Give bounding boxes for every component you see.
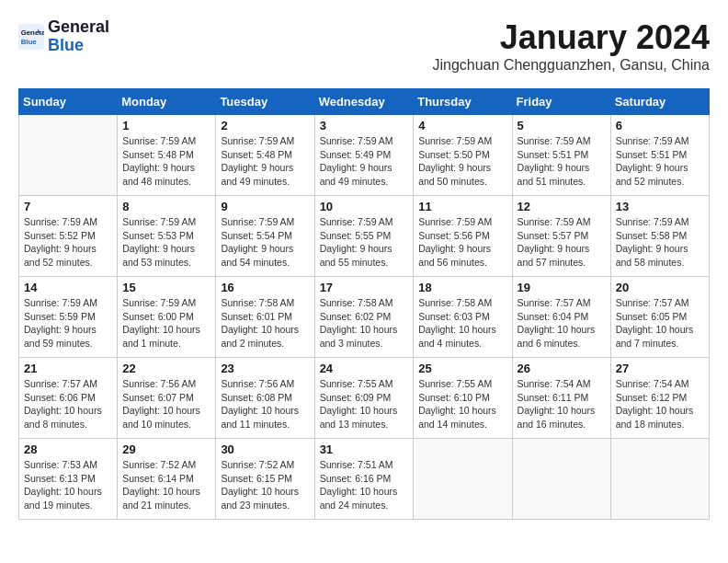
day-detail: Sunrise: 7:59 AMSunset: 5:56 PMDaylight:… bbox=[418, 215, 506, 270]
day-number: 18 bbox=[418, 281, 506, 294]
logo-icon: General Blue bbox=[18, 24, 44, 50]
day-detail: Sunrise: 7:52 AMSunset: 6:14 PMDaylight:… bbox=[122, 458, 210, 512]
title-section: January 2024 Jingchuan Chengguanzhen, Ga… bbox=[432, 18, 710, 81]
day-detail: Sunrise: 7:55 AMSunset: 6:09 PMDaylight:… bbox=[320, 377, 409, 431]
day-detail: Sunrise: 7:59 AMSunset: 5:57 PMDaylight:… bbox=[518, 215, 606, 270]
logo: General Blue General Blue bbox=[18, 18, 109, 55]
day-detail: Sunrise: 7:59 AMSunset: 5:58 PMDaylight:… bbox=[616, 215, 704, 270]
day-number: 11 bbox=[418, 200, 506, 213]
calendar-cell: 12Sunrise: 7:59 AMSunset: 5:57 PMDayligh… bbox=[512, 196, 610, 277]
calendar-cell bbox=[512, 439, 610, 520]
day-detail: Sunrise: 7:58 AMSunset: 6:01 PMDaylight:… bbox=[221, 296, 309, 350]
day-detail: Sunrise: 7:59 AMSunset: 5:48 PMDaylight:… bbox=[221, 134, 309, 189]
day-detail: Sunrise: 7:59 AMSunset: 5:59 PMDaylight:… bbox=[24, 296, 112, 350]
day-number: 23 bbox=[221, 362, 309, 375]
day-detail: Sunrise: 7:55 AMSunset: 6:10 PMDaylight:… bbox=[418, 377, 506, 431]
day-detail: Sunrise: 7:56 AMSunset: 6:07 PMDaylight:… bbox=[122, 377, 210, 431]
week-row-1: 1Sunrise: 7:59 AMSunset: 5:48 PMDaylight… bbox=[19, 115, 710, 196]
calendar-cell: 5Sunrise: 7:59 AMSunset: 5:51 PMDaylight… bbox=[512, 115, 610, 196]
day-number: 25 bbox=[418, 362, 506, 375]
calendar-cell: 23Sunrise: 7:56 AMSunset: 6:08 PMDayligh… bbox=[216, 358, 314, 439]
calendar-cell: 22Sunrise: 7:56 AMSunset: 6:07 PMDayligh… bbox=[118, 358, 216, 439]
week-row-5: 28Sunrise: 7:53 AMSunset: 6:13 PMDayligh… bbox=[19, 439, 710, 520]
day-detail: Sunrise: 7:59 AMSunset: 5:53 PMDaylight:… bbox=[122, 215, 210, 270]
weekday-header-wednesday: Wednesday bbox=[314, 89, 414, 115]
day-detail: Sunrise: 7:58 AMSunset: 6:02 PMDaylight:… bbox=[320, 296, 409, 350]
calendar-cell: 19Sunrise: 7:57 AMSunset: 6:04 PMDayligh… bbox=[512, 277, 610, 358]
week-row-4: 21Sunrise: 7:57 AMSunset: 6:06 PMDayligh… bbox=[19, 358, 710, 439]
svg-text:Blue: Blue bbox=[21, 38, 38, 46]
calendar-cell: 7Sunrise: 7:59 AMSunset: 5:52 PMDaylight… bbox=[19, 196, 118, 277]
day-number: 20 bbox=[616, 281, 704, 294]
day-detail: Sunrise: 7:51 AMSunset: 6:16 PMDaylight:… bbox=[320, 458, 409, 512]
weekday-header-row: SundayMondayTuesdayWednesdayThursdayFrid… bbox=[19, 89, 710, 115]
day-number: 16 bbox=[221, 281, 309, 294]
calendar-table: SundayMondayTuesdayWednesdayThursdayFrid… bbox=[18, 88, 710, 520]
calendar-cell: 25Sunrise: 7:55 AMSunset: 6:10 PMDayligh… bbox=[414, 358, 512, 439]
day-detail: Sunrise: 7:53 AMSunset: 6:13 PMDaylight:… bbox=[24, 458, 112, 512]
calendar-cell: 24Sunrise: 7:55 AMSunset: 6:09 PMDayligh… bbox=[314, 358, 414, 439]
calendar-cell: 30Sunrise: 7:52 AMSunset: 6:15 PMDayligh… bbox=[216, 439, 314, 520]
day-number: 9 bbox=[221, 200, 309, 213]
day-detail: Sunrise: 7:57 AMSunset: 6:05 PMDaylight:… bbox=[616, 296, 704, 350]
day-number: 13 bbox=[616, 200, 704, 213]
day-number: 28 bbox=[24, 442, 112, 456]
calendar-cell: 21Sunrise: 7:57 AMSunset: 6:06 PMDayligh… bbox=[19, 358, 118, 439]
calendar-cell: 16Sunrise: 7:58 AMSunset: 6:01 PMDayligh… bbox=[216, 277, 314, 358]
day-detail: Sunrise: 7:59 AMSunset: 5:51 PMDaylight:… bbox=[518, 134, 606, 189]
weekday-header-sunday: Sunday bbox=[19, 89, 118, 115]
calendar-cell: 8Sunrise: 7:59 AMSunset: 5:53 PMDaylight… bbox=[118, 196, 216, 277]
day-number: 15 bbox=[122, 281, 210, 294]
day-detail: Sunrise: 7:59 AMSunset: 5:55 PMDaylight:… bbox=[320, 215, 409, 270]
location-title: Jingchuan Chengguanzhen, Gansu, China bbox=[432, 57, 710, 74]
day-detail: Sunrise: 7:59 AMSunset: 5:51 PMDaylight:… bbox=[616, 134, 704, 189]
calendar-cell: 11Sunrise: 7:59 AMSunset: 5:56 PMDayligh… bbox=[414, 196, 512, 277]
day-number: 26 bbox=[518, 362, 606, 375]
day-number: 27 bbox=[616, 362, 704, 375]
day-number: 10 bbox=[320, 200, 409, 213]
day-number: 12 bbox=[518, 200, 606, 213]
calendar-cell: 9Sunrise: 7:59 AMSunset: 5:54 PMDaylight… bbox=[216, 196, 314, 277]
weekday-header-saturday: Saturday bbox=[610, 89, 709, 115]
month-title: January 2024 bbox=[432, 18, 710, 57]
day-number: 3 bbox=[320, 119, 409, 132]
calendar-cell: 29Sunrise: 7:52 AMSunset: 6:14 PMDayligh… bbox=[118, 439, 216, 520]
week-row-2: 7Sunrise: 7:59 AMSunset: 5:52 PMDaylight… bbox=[19, 196, 710, 277]
day-number: 8 bbox=[122, 200, 210, 213]
day-detail: Sunrise: 7:59 AMSunset: 5:54 PMDaylight:… bbox=[221, 215, 309, 270]
day-number: 31 bbox=[320, 442, 409, 456]
day-number: 6 bbox=[616, 119, 704, 132]
calendar-cell: 15Sunrise: 7:59 AMSunset: 6:00 PMDayligh… bbox=[118, 277, 216, 358]
day-number: 19 bbox=[518, 281, 606, 294]
day-detail: Sunrise: 7:54 AMSunset: 6:11 PMDaylight:… bbox=[518, 377, 606, 431]
calendar-cell: 31Sunrise: 7:51 AMSunset: 6:16 PMDayligh… bbox=[314, 439, 414, 520]
weekday-header-thursday: Thursday bbox=[414, 89, 512, 115]
logo-text: General Blue bbox=[48, 18, 109, 55]
day-detail: Sunrise: 7:58 AMSunset: 6:03 PMDaylight:… bbox=[418, 296, 506, 350]
calendar-cell: 28Sunrise: 7:53 AMSunset: 6:13 PMDayligh… bbox=[19, 439, 118, 520]
weekday-header-tuesday: Tuesday bbox=[216, 89, 314, 115]
calendar-cell: 26Sunrise: 7:54 AMSunset: 6:11 PMDayligh… bbox=[512, 358, 610, 439]
day-number: 30 bbox=[221, 442, 309, 456]
day-detail: Sunrise: 7:56 AMSunset: 6:08 PMDaylight:… bbox=[221, 377, 309, 431]
weekday-header-friday: Friday bbox=[512, 89, 610, 115]
calendar-cell: 20Sunrise: 7:57 AMSunset: 6:05 PMDayligh… bbox=[610, 277, 709, 358]
week-row-3: 14Sunrise: 7:59 AMSunset: 5:59 PMDayligh… bbox=[19, 277, 710, 358]
day-number: 22 bbox=[122, 362, 210, 375]
day-detail: Sunrise: 7:59 AMSunset: 6:00 PMDaylight:… bbox=[122, 296, 210, 350]
day-detail: Sunrise: 7:57 AMSunset: 6:04 PMDaylight:… bbox=[518, 296, 606, 350]
calendar-cell: 2Sunrise: 7:59 AMSunset: 5:48 PMDaylight… bbox=[216, 115, 314, 196]
day-number: 5 bbox=[518, 119, 606, 132]
day-detail: Sunrise: 7:52 AMSunset: 6:15 PMDaylight:… bbox=[221, 458, 309, 512]
day-detail: Sunrise: 7:59 AMSunset: 5:49 PMDaylight:… bbox=[320, 134, 409, 189]
day-detail: Sunrise: 7:59 AMSunset: 5:52 PMDaylight:… bbox=[24, 215, 112, 270]
calendar-cell: 14Sunrise: 7:59 AMSunset: 5:59 PMDayligh… bbox=[19, 277, 118, 358]
day-number: 7 bbox=[24, 200, 112, 213]
calendar-cell bbox=[19, 115, 118, 196]
weekday-header-monday: Monday bbox=[118, 89, 216, 115]
day-number: 21 bbox=[24, 362, 112, 375]
calendar-cell: 13Sunrise: 7:59 AMSunset: 5:58 PMDayligh… bbox=[610, 196, 709, 277]
day-number: 29 bbox=[122, 442, 210, 456]
day-number: 2 bbox=[221, 119, 309, 132]
calendar-cell: 1Sunrise: 7:59 AMSunset: 5:48 PMDaylight… bbox=[118, 115, 216, 196]
